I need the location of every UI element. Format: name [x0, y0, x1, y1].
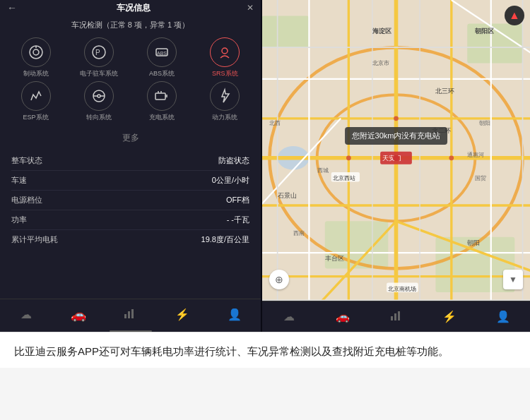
steering-icon-circle [84, 81, 114, 111]
nav-right-car[interactable]: 🚗 [316, 301, 370, 332]
svg-rect-76 [394, 313, 396, 320]
filter-icon: ▼ [509, 275, 517, 284]
description-text: 比亚迪云服务APP还可对车辆耗电功率进行统计、车况异常检测以及查找附近充电桩等功… [14, 342, 516, 361]
svg-rect-17 [124, 314, 126, 318]
nav-item-charging[interactable]: ⚡ [156, 299, 208, 330]
status-bar: ← 车况信息 ✕ [0, 0, 261, 16]
svg-point-7 [222, 48, 228, 54]
nav-item-car[interactable]: 🚗 [52, 299, 105, 330]
right-panel: 北三环 北二环 天安门 通惠河 北京西站 北京南机场 北西 [262, 0, 530, 332]
srs-label: SRS系统 [212, 69, 238, 78]
svg-text:P: P [95, 49, 100, 56]
brake-icon-circle [21, 37, 51, 67]
system-steering[interactable]: 转向系统 [71, 81, 127, 122]
label-speed: 车速 [11, 175, 27, 186]
charging-label: 充电系统 [149, 113, 175, 122]
profile-icon: 👤 [228, 308, 242, 321]
system-charging[interactable]: 充电系统 [134, 81, 190, 122]
svg-text:北京市: 北京市 [372, 60, 389, 66]
svg-text:ABS: ABS [157, 51, 167, 56]
svg-point-66 [449, 155, 454, 160]
r-stats-icon [390, 311, 403, 323]
svg-text:北三环: 北三环 [435, 88, 454, 95]
epb-icon-circle: P [84, 37, 114, 67]
nav-right-stats[interactable] [370, 301, 423, 332]
nav-right-weather[interactable]: ☁ [262, 301, 316, 332]
svg-text:朝阳: 朝阳 [479, 120, 490, 126]
power-icon-circle [210, 81, 240, 111]
label-gear: 电源档位 [11, 195, 42, 205]
svg-rect-21 [262, 16, 309, 47]
nav-right-profile[interactable]: 👤 [476, 301, 530, 332]
svg-text:丰台区: 丰台区 [325, 255, 344, 262]
bottom-nav-right: ☁ 🚗 ⚡ 👤 [262, 301, 530, 332]
nav-right-charging[interactable]: ⚡ [423, 301, 476, 332]
steering-label: 转向系统 [86, 113, 112, 122]
system-brake[interactable]: 制动系统 [8, 37, 64, 78]
system-abs[interactable]: ABS ABS系统 [134, 37, 190, 78]
bottom-nav-left: ☁ 🚗 ⚡ 👤 [0, 299, 261, 330]
map-svg: 北三环 北二环 天安门 通惠河 北京西站 北京南机场 北西 [262, 0, 530, 332]
r-weather-icon: ☁ [283, 310, 295, 323]
svg-rect-18 [128, 311, 130, 318]
label-vehicle-state: 整车状态 [11, 155, 42, 166]
svg-point-9 [98, 95, 100, 97]
r-charging-icon: ⚡ [442, 310, 457, 323]
compass-icon: ▲ [509, 9, 520, 22]
map-tooltip: 您附近30km内没有充电站 [345, 127, 448, 145]
info-row-1: 车速 0公里/小时 [11, 171, 249, 191]
epb-label: 电子驻车系统 [80, 69, 118, 78]
value-avg-consumption: 19.8度/百公里 [201, 234, 249, 245]
location-icon: ⊕ [275, 274, 283, 285]
nav-item-stats[interactable] [105, 299, 157, 330]
svg-text:石景山: 石景山 [278, 192, 297, 199]
left-panel: ← 车况信息 ✕ 车况检测（正常 8 项，异常 1 项） [0, 0, 261, 332]
vehicle-check-header: 车况检测（正常 8 项，异常 1 项） [0, 16, 261, 35]
info-table: 整车状态 防盗状态 车速 0公里/小时 电源档位 OFF档 功率 - -千瓦 累… [0, 151, 261, 249]
svg-rect-77 [398, 311, 400, 320]
filter-button[interactable]: ▼ [503, 270, 523, 289]
srs-icon-circle [210, 37, 240, 67]
svg-text:西南: 西南 [293, 230, 305, 236]
esp-icon-circle [21, 81, 51, 111]
svg-text:北京西站: 北京西站 [333, 175, 355, 181]
page-title: 车况信息 [20, 2, 247, 14]
icon-row-2: ESP系统 转向系统 [4, 81, 257, 122]
svg-point-64 [346, 155, 351, 160]
more-section: 更多 [0, 128, 261, 151]
value-vehicle-state: 防盗状态 [218, 155, 249, 166]
bottom-text-section: 比亚迪云服务APP还可对车辆耗电功率进行统计、车况异常检测以及查找附近充电桩等功… [0, 332, 530, 368]
search-icon[interactable]: ✕ [247, 3, 254, 13]
brake-label: 制动系统 [23, 69, 49, 78]
phone-area: ← 车况信息 ✕ 车况检测（正常 8 项，异常 1 项） [0, 0, 530, 332]
charging-icon-circle [147, 81, 177, 111]
svg-rect-19 [131, 309, 134, 318]
location-button[interactable]: ⊕ [269, 270, 289, 289]
value-gear: OFF档 [226, 195, 249, 205]
abs-label: ABS系统 [149, 69, 175, 78]
charging-nav-icon: ⚡ [175, 308, 189, 321]
stats-icon [124, 308, 136, 321]
nav-item-weather[interactable]: ☁ [0, 299, 52, 330]
label-power: 功率 [11, 215, 27, 225]
nav-item-profile[interactable]: 👤 [208, 299, 261, 330]
svg-point-65 [394, 116, 399, 121]
system-epb[interactable]: P 电子驻车系统 [71, 37, 127, 78]
info-row-3: 功率 - -千瓦 [11, 210, 249, 230]
weather-icon: ☁ [20, 308, 32, 321]
system-esp[interactable]: ESP系统 [8, 81, 64, 122]
system-power[interactable]: 动力系统 [196, 81, 253, 122]
svg-text:通惠河: 通惠河 [467, 152, 484, 158]
map-container[interactable]: 北三环 北二环 天安门 通惠河 北京西站 北京南机场 北西 [262, 0, 530, 332]
car-icon: 🚗 [71, 307, 86, 323]
power-label: 动力系统 [212, 113, 237, 122]
info-row-4: 累计平均电耗 19.8度/百公里 [11, 230, 249, 249]
svg-rect-75 [391, 316, 393, 320]
svg-text:国贸: 国贸 [475, 175, 486, 181]
back-button[interactable]: ← [7, 2, 17, 13]
compass-button[interactable]: ▲ [505, 6, 524, 25]
svg-text:海淀区: 海淀区 [372, 27, 391, 35]
abs-icon-circle: ABS [147, 37, 177, 67]
system-srs[interactable]: SRS系统 [196, 37, 253, 78]
icon-grid: 制动系统 P 电子驻车系统 [0, 35, 261, 128]
